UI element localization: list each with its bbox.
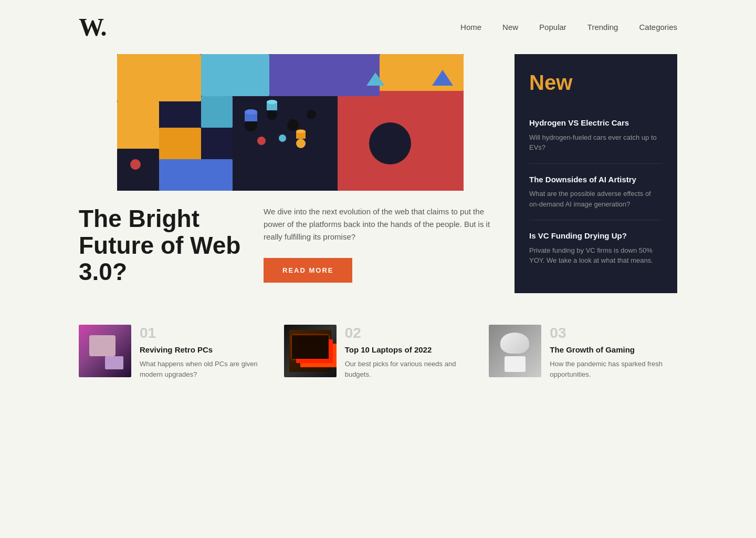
svg-point-16 [245,109,257,115]
logo[interactable]: W. [79,13,106,42]
sidebar-article-1-title: Hydrogen VS Electric Cars [529,118,663,128]
main-nav: Home New Popular Trending Categories [460,23,677,32]
article-1-desc: What happens when old PCs are given mode… [140,359,267,379]
gaming-thumb-image [489,325,541,377]
sidebar-article-1-desc: Will hydrogen-fueled cars ever catch up … [529,132,663,153]
hero-title: The Bright Future of Web 3.0? [79,205,247,285]
nav-categories[interactable]: Categories [639,23,677,32]
article-3-number: 03 [550,325,677,342]
retro-thumb-image [79,325,131,377]
article-item-1[interactable]: 01 Reviving Retro PCs What happens when … [79,325,284,380]
new-sidebar: New Hydrogen VS Electric Cars Will hydro… [514,54,677,293]
hero-text-area: The Bright Future of Web 3.0? We dive in… [79,205,502,285]
svg-point-28 [369,122,411,164]
sidebar-article-1[interactable]: Hydrogen VS Electric Cars Will hydrogen-… [529,107,663,164]
sidebar-article-2[interactable]: The Downsides of AI Artistry What are th… [529,164,663,221]
article-1-thumbnail [79,325,131,377]
svg-rect-29 [159,159,233,191]
svg-rect-4 [201,54,269,96]
article-2-desc: Our best picks for various needs and bud… [345,359,472,379]
article-3-desc: How the pandemic has sparked fresh oppor… [550,359,677,379]
article-item-3[interactable]: 03 The Growth of Gaming How the pandemic… [489,325,677,380]
article-1-content: 01 Reviving Retro PCs What happens when … [140,325,267,380]
svg-point-13 [296,139,306,148]
svg-point-9 [287,119,299,131]
svg-rect-1 [117,54,201,101]
svg-rect-25 [269,54,380,96]
read-more-button[interactable]: READ MORE [264,258,352,283]
hero-description: We dive into the next evolution of the w… [264,205,502,283]
nav-trending[interactable]: Trending [587,23,618,32]
sidebar-article-3[interactable]: Is VC Funding Drying Up? Private funding… [529,220,663,276]
article-3-thumbnail [489,325,541,377]
nav-new[interactable]: New [502,23,518,32]
hero-article: The Bright Future of Web 3.0? We dive in… [79,54,502,293]
svg-point-12 [279,134,286,142]
article-2-thumbnail [284,325,337,377]
article-3-title: The Growth of Gaming [550,345,677,355]
hero-image [79,54,502,191]
sidebar-article-2-title: The Downsides of AI Artistry [529,174,663,185]
svg-point-8 [267,109,277,120]
svg-rect-30 [117,149,159,191]
article-2-title: Top 10 Laptops of 2022 [345,345,472,355]
nav-home[interactable]: Home [460,23,481,32]
svg-rect-5 [201,96,233,128]
svg-point-10 [307,110,316,119]
svg-point-11 [257,137,266,145]
laptops-thumb-image [284,325,337,377]
article-1-title: Reviving Retro PCs [140,345,267,355]
svg-point-19 [267,100,277,104]
numbered-articles-row: 01 Reviving Retro PCs What happens when … [79,325,677,380]
article-1-number: 01 [140,325,267,342]
sidebar-article-2-desc: What are the possible adverse effects of… [529,189,663,209]
article-2-number: 02 [345,325,472,342]
nav-popular[interactable]: Popular [539,23,566,32]
article-2-content: 02 Top 10 Laptops of 2022 Our best picks… [345,325,472,380]
svg-rect-2 [117,101,159,154]
svg-point-31 [130,159,141,170]
article-3-content: 03 The Growth of Gaming How the pandemic… [550,325,677,380]
new-label: New [529,71,663,95]
sidebar-article-3-title: Is VC Funding Drying Up? [529,231,663,241]
article-item-2[interactable]: 02 Top 10 Laptops of 2022 Our best picks… [284,325,489,380]
sidebar-article-3-desc: Private funding by VC firms is down 50% … [529,245,663,266]
svg-point-22 [296,130,306,133]
